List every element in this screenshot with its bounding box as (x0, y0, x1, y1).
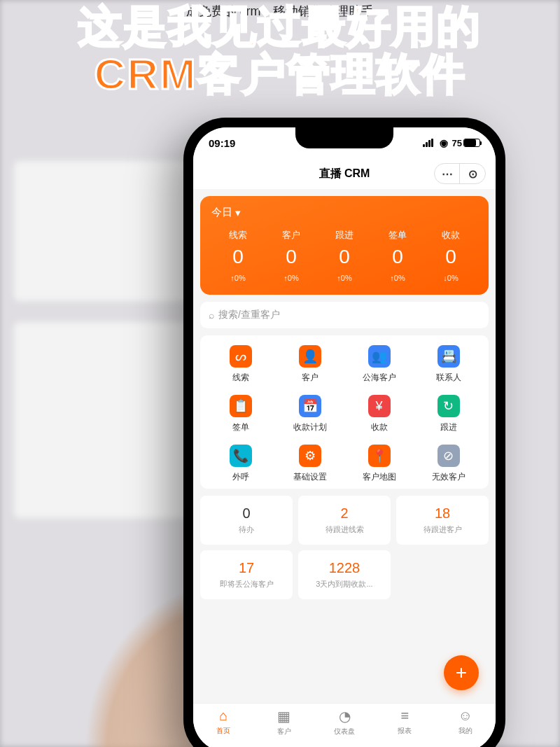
grid-item-9[interactable]: ⚙ 基础设置 (275, 445, 344, 483)
grid-item-5[interactable]: 📅 收款计划 (275, 395, 344, 433)
grid-label: 无效客户 (432, 471, 465, 483)
card-value: 0 (204, 505, 288, 522)
grid-label: 公海客户 (363, 372, 396, 384)
card-value: 2 (302, 505, 386, 522)
phone-notch (295, 127, 393, 148)
phone-screen: 09:19 ◉ 75 直播 CRM ⋯ ⊙ 今日 ▾ 线索 (193, 127, 496, 747)
基础设置-icon: ⚙ (299, 445, 321, 467)
summary-card-1[interactable]: 2 待跟进线索 (298, 496, 391, 545)
tab-label: 我的 (458, 726, 472, 736)
收款计划-icon: 📅 (299, 395, 321, 417)
grid-item-7[interactable]: ↻ 跟进 (414, 395, 483, 433)
grid-item-10[interactable]: 📍 客户地图 (344, 445, 414, 483)
tab-icon: ◔ (339, 708, 351, 725)
tab-我的[interactable]: ☺ 我的 (435, 708, 496, 747)
tab-label: 仪表盘 (334, 727, 355, 736)
grid-label: 联系人 (436, 372, 461, 384)
stat-change: ↑0% (318, 274, 371, 282)
phone-frame: 09:19 ◉ 75 直播 CRM ⋯ ⊙ 今日 ▾ 线索 (183, 118, 505, 747)
grid-item-11[interactable]: ⊘ 无效客户 (414, 445, 483, 483)
tab-label: 报表 (398, 726, 412, 736)
signal-icon (423, 139, 435, 147)
收款-icon: ¥ (368, 395, 391, 417)
summary-card-0[interactable]: 0 待办 (200, 496, 293, 545)
stat-2[interactable]: 跟进 0 ↑0% (318, 229, 371, 282)
grid-item-3[interactable]: 📇 联系人 (414, 345, 483, 384)
tab-首页[interactable]: ⌂ 首页 (193, 708, 253, 747)
card-label: 待办 (204, 524, 288, 535)
headline-line2: CRM客户管理软件 (0, 50, 560, 98)
stat-change: ↑0% (211, 274, 265, 282)
summary-card-3[interactable]: 17 即将丢公海客户 (200, 550, 293, 599)
grid-label: 收款 (371, 421, 388, 433)
stat-change: ↓0% (424, 274, 477, 282)
stat-1[interactable]: 客户 0 ↑0% (265, 229, 318, 282)
bottom-tabbar: ⌂ 首页 ▦ 客户 ◔ 仪表盘 ≡ 报表 ☺ 我的 (193, 703, 496, 747)
stat-4[interactable]: 收款 0 ↓0% (424, 229, 477, 282)
grid-item-6[interactable]: ¥ 收款 (344, 395, 414, 433)
stat-label: 客户 (265, 229, 318, 242)
tab-icon: ☺ (458, 708, 472, 724)
stat-0[interactable]: 线索 0 ↑0% (211, 229, 265, 282)
grid-label: 签单 (232, 421, 249, 433)
grid-item-4[interactable]: 📋 签单 (206, 395, 275, 433)
tab-仪表盘[interactable]: ◔ 仪表盘 (314, 708, 374, 747)
summary-card-4[interactable]: 1228 3天内到期收款... (298, 550, 391, 599)
grid-label: 基础设置 (293, 471, 327, 483)
grid-label: 线索 (232, 372, 249, 384)
客户-icon: 👤 (299, 345, 321, 368)
stat-value: 0 (318, 246, 371, 268)
tab-label: 客户 (277, 727, 291, 736)
stat-value: 0 (371, 246, 424, 268)
search-placeholder: 搜索/查重客户 (218, 309, 280, 321)
chevron-down-icon: ▾ (235, 207, 241, 219)
stat-label: 跟进 (318, 229, 371, 242)
more-icon[interactable]: ⋯ (435, 164, 460, 183)
card-value: 18 (400, 505, 484, 522)
stat-value: 0 (211, 246, 265, 268)
tab-报表[interactable]: ≡ 报表 (374, 708, 435, 747)
add-fab-button[interactable]: + (444, 655, 479, 690)
headline-line1: 这是我见过最好用的 (0, 3, 560, 50)
summary-cards: 0 待办 2 待跟进线索 18 待跟进客户 17 即将丢公海客户 1228 3天… (200, 496, 489, 599)
stat-value: 0 (265, 246, 318, 268)
线索-icon: ᔕ (230, 345, 252, 368)
tab-label: 首页 (216, 726, 230, 736)
battery-indicator: 75 (452, 138, 480, 148)
card-value: 1228 (302, 560, 386, 576)
stat-change: ↑0% (265, 274, 318, 282)
grid-item-0[interactable]: ᔕ 线索 (206, 345, 275, 384)
tab-客户[interactable]: ▦ 客户 (253, 708, 314, 747)
外呼-icon: 📞 (230, 445, 252, 467)
grid-label: 跟进 (440, 421, 457, 433)
search-input[interactable]: ⌕ 搜索/查重客户 (200, 302, 489, 328)
stat-label: 线索 (211, 229, 265, 242)
stat-change: ↑0% (371, 274, 424, 282)
客户地图-icon: 📍 (368, 445, 391, 467)
无效客户-icon: ⊘ (438, 445, 460, 467)
summary-card-2[interactable]: 18 待跟进客户 (396, 496, 489, 545)
battery-percent: 75 (452, 138, 462, 148)
search-icon: ⌕ (209, 309, 214, 321)
grid-label: 客户 (302, 372, 318, 384)
grid-item-2[interactable]: 👥 公海客户 (344, 345, 414, 384)
stat-value: 0 (424, 246, 477, 268)
tab-icon: ▦ (277, 708, 290, 725)
day-selector[interactable]: 今日 ▾ (211, 206, 477, 219)
status-indicators: ◉ 75 (423, 137, 480, 148)
status-time: 09:19 (209, 137, 235, 149)
feature-grid: ᔕ 线索 👤 客户 👥 公海客户 📇 联系人 📋 签单 📅 收款计划 ¥ 收款 … (200, 335, 489, 489)
card-label: 3天内到期收款... (302, 579, 386, 589)
grid-item-1[interactable]: 👤 客户 (275, 345, 344, 384)
card-label: 待跟进客户 (400, 524, 484, 535)
grid-item-8[interactable]: 📞 外呼 (206, 445, 275, 483)
card-label: 即将丢公海客户 (204, 579, 288, 589)
签单-icon: 📋 (230, 395, 252, 417)
stat-3[interactable]: 签单 0 ↑0% (371, 229, 424, 282)
grid-label: 外呼 (232, 471, 249, 483)
card-label: 待跟进线索 (302, 524, 386, 535)
app-title: 直播 CRM (319, 167, 370, 181)
headline-overlay: 这是我见过最好用的 CRM客户管理软件 (0, 3, 560, 98)
close-icon[interactable]: ⊙ (460, 164, 485, 183)
today-stats-card: 今日 ▾ 线索 0 ↑0% 客户 0 ↑0% 跟进 0 ↑0% 签单 0 ↑0%… (200, 196, 489, 295)
